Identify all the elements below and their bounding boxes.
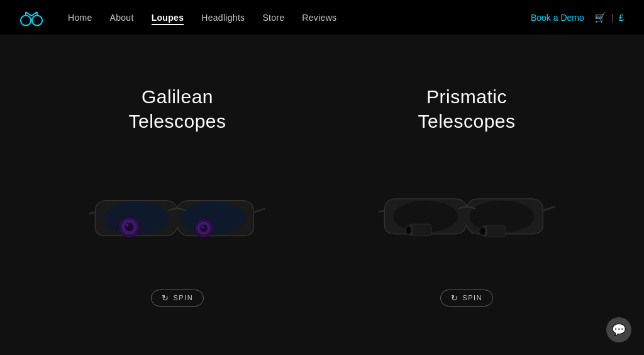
- spin-label-2: SPIN: [462, 294, 482, 301]
- prismatic-title: PrismaticTelescopes: [418, 84, 515, 133]
- spin-arrow-icon-2: ↻: [451, 293, 459, 303]
- svg-point-11: [126, 224, 129, 227]
- nav-right: Book a Demo 🛒 | £: [531, 12, 624, 23]
- logo[interactable]: [20, 9, 43, 26]
- galilean-glasses-image: [89, 165, 265, 266]
- svg-point-15: [201, 225, 204, 228]
- svg-point-10: [125, 223, 133, 231]
- nav-item-about[interactable]: About: [110, 12, 134, 23]
- nav-item-store[interactable]: Store: [262, 12, 284, 23]
- navbar: Home About Loupes Headlights Store Revie…: [0, 0, 644, 35]
- prismatic-spin-button[interactable]: ↻ SPIN: [440, 290, 493, 307]
- nav-divider: |: [611, 12, 614, 23]
- svg-point-21: [407, 227, 411, 232]
- main-content: GalileanTelescopes: [0, 35, 644, 355]
- prismatic-glasses-image: [379, 165, 555, 266]
- chat-button[interactable]: 💬: [606, 317, 631, 342]
- product-card-galilean: GalileanTelescopes: [83, 84, 272, 307]
- product-card-prismatic: PrismaticTelescopes: [372, 84, 561, 307]
- galilean-spin-button[interactable]: ↻ SPIN: [151, 290, 204, 307]
- currency-icon[interactable]: £: [619, 12, 624, 23]
- products-row: GalileanTelescopes: [0, 84, 644, 307]
- nav-item-loupes[interactable]: Loupes: [152, 12, 184, 23]
- chat-icon: 💬: [612, 323, 626, 337]
- nav-item-headlights[interactable]: Headlights: [201, 12, 245, 23]
- galilean-image-container: [83, 152, 272, 278]
- nav-icons: 🛒 | £: [594, 12, 624, 23]
- nav-links: Home About Loupes Headlights Store Revie…: [68, 12, 336, 23]
- nav-left: Home About Loupes Headlights Store Revie…: [20, 9, 336, 26]
- book-demo-button[interactable]: Book a Demo: [531, 13, 584, 23]
- nav-item-reviews[interactable]: Reviews: [302, 12, 336, 23]
- svg-point-14: [200, 224, 207, 231]
- svg-point-1: [32, 15, 42, 25]
- cart-icon[interactable]: 🛒: [594, 12, 606, 23]
- galilean-title: GalileanTelescopes: [128, 84, 226, 133]
- spin-arrow-icon: ↻: [162, 293, 170, 303]
- spin-label: SPIN: [173, 294, 193, 301]
- svg-point-25: [480, 228, 484, 234]
- prismatic-image-container: [372, 152, 561, 278]
- svg-point-0: [21, 15, 31, 25]
- nav-item-home[interactable]: Home: [68, 12, 92, 23]
